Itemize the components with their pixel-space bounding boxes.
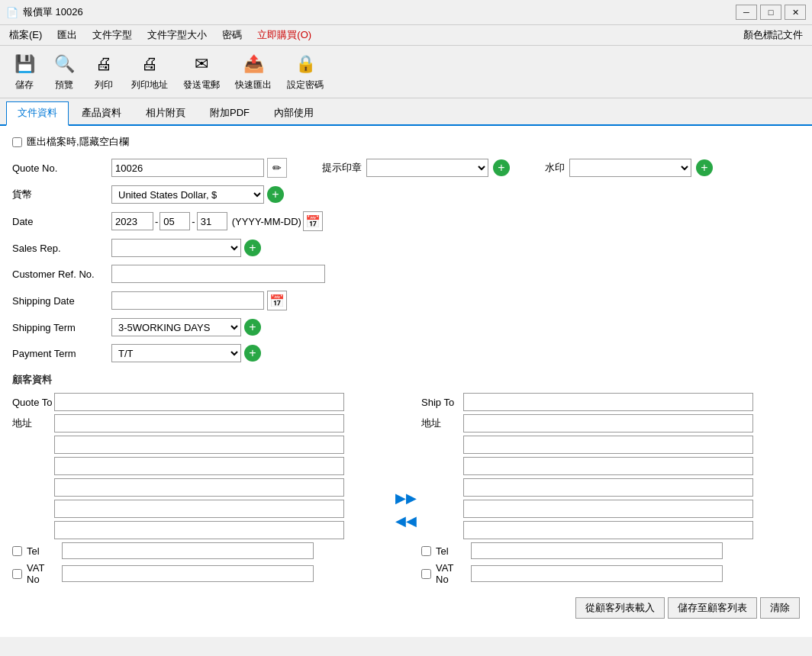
ship-address-input-1[interactable] bbox=[463, 414, 753, 433]
currency-add-button[interactable]: + bbox=[267, 186, 284, 203]
maximize-button[interactable]: □ bbox=[760, 5, 781, 20]
ship-address-input-2[interactable] bbox=[463, 436, 753, 454]
ship-vat-checkbox[interactable] bbox=[421, 569, 431, 579]
ship-tel-input[interactable] bbox=[471, 542, 723, 559]
payment-term-select[interactable]: T/T bbox=[111, 344, 241, 362]
tab-product[interactable]: 產品資料 bbox=[70, 101, 133, 124]
tel-input[interactable] bbox=[62, 542, 314, 559]
export-checkbox-label[interactable]: 匯出檔案時,隱藏空白欄 bbox=[27, 135, 129, 149]
menu-font[interactable]: 文件字型 bbox=[89, 27, 135, 43]
toolbar: 💾 儲存 🔍 預覽 🖨 列印 🖨 列印地址 ✉ 發送電郵 📤 快速匯出 🔒 設定… bbox=[0, 46, 812, 98]
preview-button[interactable]: 🔍 預覽 bbox=[46, 49, 82, 95]
customer-ref-input[interactable] bbox=[111, 265, 325, 283]
quote-to-input[interactable] bbox=[54, 393, 344, 411]
print-address-label: 列印地址 bbox=[131, 79, 168, 92]
sales-rep-select[interactable] bbox=[111, 239, 241, 257]
ship-address-input-4[interactable] bbox=[463, 478, 753, 497]
tab-internal[interactable]: 內部使用 bbox=[263, 101, 325, 124]
currency-select[interactable]: United States Dollar, $ bbox=[111, 185, 264, 204]
close-button[interactable]: ✕ bbox=[785, 5, 806, 20]
main-content: 匯出檔案時,隱藏空白欄 Quote No. ✏ 提示印章 + 水印 + 貨幣 U… bbox=[0, 126, 812, 637]
print-icon: 🖨 bbox=[92, 52, 116, 76]
set-password-label: 設定密碼 bbox=[287, 79, 324, 92]
tab-photo[interactable]: 相片附頁 bbox=[134, 101, 197, 124]
export-checkbox[interactable] bbox=[12, 137, 22, 147]
minimize-button[interactable]: ─ bbox=[736, 5, 757, 20]
menu-font-size[interactable]: 文件字型大小 bbox=[144, 27, 210, 43]
menu-password[interactable]: 密碼 bbox=[219, 27, 245, 43]
tel-label[interactable]: Tel bbox=[27, 545, 57, 557]
quote-no-label: Quote No. bbox=[12, 162, 111, 174]
copy-right-button[interactable]: ▶▶ bbox=[395, 490, 417, 506]
tab-document[interactable]: 文件資料 bbox=[6, 101, 69, 126]
date-month-input[interactable] bbox=[160, 212, 190, 230]
set-password-button[interactable]: 🔒 設定密碼 bbox=[281, 49, 330, 95]
quick-export-button[interactable]: 📤 快速匯出 bbox=[229, 49, 278, 95]
date-calendar-button[interactable]: 📅 bbox=[303, 211, 323, 231]
address-input-6[interactable] bbox=[54, 521, 344, 539]
ship-tel-checkbox[interactable] bbox=[421, 546, 431, 556]
customer-section-header: 顧客資料 bbox=[12, 373, 800, 387]
ship-vat-label[interactable]: VAT No bbox=[436, 562, 466, 585]
menu-bar: 檔案(E) 匯出 文件字型 文件字型大小 密碼 立即購買(O) 顏色標記文件 bbox=[0, 25, 812, 46]
date-row: Date - - (YYYY-MM-DD) 📅 bbox=[12, 211, 800, 231]
save-button[interactable]: 💾 儲存 bbox=[6, 49, 43, 95]
ship-address-row-3 bbox=[421, 457, 800, 475]
stamp-select[interactable] bbox=[366, 159, 488, 177]
vat-input[interactable] bbox=[62, 565, 314, 582]
stamp-label: 提示印章 bbox=[322, 161, 362, 175]
watermark-select[interactable] bbox=[569, 159, 691, 177]
shipping-term-add-button[interactable]: + bbox=[244, 319, 261, 336]
quote-no-edit-button[interactable]: ✏ bbox=[267, 158, 287, 178]
copy-left-button[interactable]: ◀◀ bbox=[395, 513, 417, 529]
quick-export-label: 快速匯出 bbox=[235, 79, 272, 92]
ship-address-input-3[interactable] bbox=[463, 457, 753, 475]
ship-address-label: 地址 bbox=[421, 416, 463, 430]
sales-rep-add-button[interactable]: + bbox=[244, 240, 261, 256]
ship-address-input-6[interactable] bbox=[463, 521, 753, 539]
address-row-6 bbox=[12, 521, 391, 539]
ship-to-input[interactable] bbox=[463, 393, 753, 411]
ship-vat-input[interactable] bbox=[471, 565, 723, 582]
shipping-date-input[interactable] bbox=[111, 291, 264, 310]
load-from-list-button[interactable]: 從顧客列表載入 bbox=[575, 597, 665, 619]
ship-address-input-5[interactable] bbox=[463, 500, 753, 518]
export-checkbox-row: 匯出檔案時,隱藏空白欄 bbox=[12, 135, 800, 149]
stamp-add-button[interactable]: + bbox=[493, 159, 510, 176]
address-input-5[interactable] bbox=[54, 500, 344, 518]
shipping-date-calendar-button[interactable]: 📅 bbox=[267, 291, 287, 310]
watermark-label: 水印 bbox=[545, 161, 565, 175]
date-day-input[interactable] bbox=[197, 212, 227, 230]
ship-tel-row: Tel bbox=[421, 542, 800, 559]
menu-export[interactable]: 匯出 bbox=[54, 27, 80, 43]
customer-ref-label: Customer Ref. No. bbox=[12, 269, 111, 280]
send-email-button[interactable]: ✉ 發送電郵 bbox=[177, 49, 226, 95]
menu-color-tag[interactable]: 顏色標記文件 bbox=[740, 27, 806, 43]
quote-no-input[interactable] bbox=[111, 159, 264, 177]
menu-file[interactable]: 檔案(E) bbox=[6, 27, 45, 43]
ship-address-row-6 bbox=[421, 521, 800, 539]
date-label: Date bbox=[12, 216, 111, 227]
address-input-2[interactable] bbox=[54, 436, 344, 454]
address-input-3[interactable] bbox=[54, 457, 344, 475]
address-input-4[interactable] bbox=[54, 478, 344, 497]
save-to-list-button[interactable]: 儲存至顧客列表 bbox=[668, 597, 757, 619]
shipping-term-select[interactable]: 3-5WORKING DAYS bbox=[111, 318, 241, 336]
ship-tel-label[interactable]: Tel bbox=[436, 545, 466, 557]
address-input-1[interactable] bbox=[54, 414, 344, 433]
watermark-add-button[interactable]: + bbox=[696, 159, 713, 176]
title-bar: 📄 報價單 10026 ─ □ ✕ bbox=[0, 0, 812, 25]
print-button[interactable]: 🖨 列印 bbox=[85, 49, 122, 95]
payment-term-row: Payment Term T/T + bbox=[12, 344, 800, 362]
tel-checkbox[interactable] bbox=[12, 546, 22, 556]
vat-checkbox[interactable] bbox=[12, 569, 22, 579]
menu-buy[interactable]: 立即購買(O) bbox=[254, 27, 314, 43]
date-year-input[interactable] bbox=[111, 212, 153, 230]
print-address-button[interactable]: 🖨 列印地址 bbox=[125, 49, 174, 95]
tab-attachment[interactable]: 附加PDF bbox=[198, 101, 261, 124]
preview-icon: 🔍 bbox=[52, 52, 76, 76]
vat-label[interactable]: VAT No bbox=[27, 562, 57, 585]
clear-button[interactable]: 清除 bbox=[760, 597, 800, 619]
payment-term-add-button[interactable]: + bbox=[244, 345, 261, 362]
ship-to-label: Ship To bbox=[421, 397, 463, 408]
